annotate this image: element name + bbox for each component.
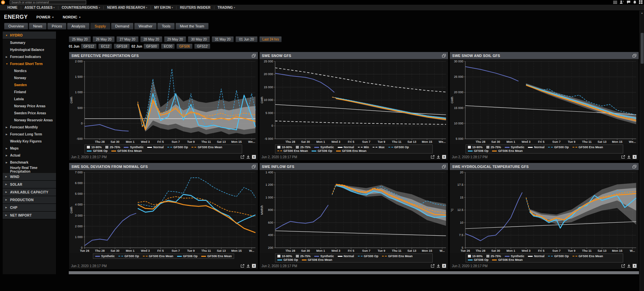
legend-item-max[interactable]: Max xyxy=(373,146,385,149)
legend-item-gfs00-op[interactable]: GFS00 Op xyxy=(548,146,569,149)
legend-item-gfs00-op[interactable]: GFS00 Op xyxy=(358,254,379,258)
legend-item-gfs06-op[interactable]: GFS06 Op xyxy=(312,149,332,153)
open-external-icon[interactable] xyxy=(431,155,435,159)
sidebar-item-sweden-price-areas[interactable]: Sweden Price Areas xyxy=(3,110,56,117)
legend-item-10-90[interactable]: 10-90% xyxy=(468,146,483,149)
sidebar-item-maps[interactable]: ▶Maps xyxy=(3,145,56,152)
legend-item-normal[interactable]: Normal xyxy=(528,254,544,258)
legend-item-25-75[interactable]: 25-75% xyxy=(296,254,311,258)
legend-item-gfs00-ens-mean[interactable]: GFS00 Ens Mean xyxy=(573,254,603,258)
tab-overview[interactable]: Overview xyxy=(4,23,28,30)
legend-item-gfs06-ens-mean[interactable]: GFS06 Ens Mean xyxy=(302,258,332,261)
scroll-up-arrow[interactable]: ▲ xyxy=(640,11,644,14)
legend-item-gfs06-op[interactable]: GFS06 Op xyxy=(177,254,198,258)
tab-meet-the-team[interactable]: Meet the Team xyxy=(175,23,209,30)
legend-item-gfs00-ens-mean[interactable]: GFS00 Ens Mean xyxy=(573,146,603,149)
sidebar-item-summary[interactable]: Summary xyxy=(3,39,56,46)
tab-prices[interactable]: Prices xyxy=(47,23,66,30)
legend-item-gfs06-ens-mean[interactable]: GFS06 Ens Mean xyxy=(492,258,523,261)
vertical-scrollbar[interactable]: ▲ xyxy=(640,11,644,291)
sidebar-section-net-import[interactable]: ▶NET IMPORT xyxy=(3,212,56,219)
sidebar-item-sweden[interactable]: Sweden xyxy=(3,81,56,89)
download-icon[interactable] xyxy=(436,155,440,159)
tab-weather[interactable]: Weather xyxy=(134,23,157,30)
menu-icon[interactable] xyxy=(613,1,617,4)
legend-item-gfs00-ens-mean[interactable]: GFS00 Ens Mean xyxy=(277,149,308,153)
legend-item-gfs06-op[interactable]: GFS06 Op xyxy=(468,258,489,261)
open-external-icon[interactable] xyxy=(240,155,245,159)
legend-item-gfs00-op[interactable]: GFS00 Op xyxy=(167,146,188,149)
legend-item-gfs06-op[interactable]: GFS06 Op xyxy=(277,258,298,261)
sidebar-section-production[interactable]: ▶PRODUCTION xyxy=(3,196,56,204)
open-external-icon[interactable] xyxy=(621,155,625,159)
legend-item-25-75[interactable]: 25-75% xyxy=(296,146,311,149)
legend-item-gfs06-ens-mean[interactable]: GFS06 Ens Mean xyxy=(492,149,523,153)
profile-icon[interactable]: 1 xyxy=(620,0,624,4)
download-icon[interactable] xyxy=(627,264,631,268)
download-icon[interactable] xyxy=(246,155,250,159)
date-button-26-may-20[interactable]: 26 May 20 xyxy=(93,36,115,42)
tab-tools[interactable]: Tools xyxy=(157,23,175,30)
legend-item-gfs06-op[interactable]: GFS06 Op xyxy=(87,149,108,153)
export-excel-icon[interactable]: X xyxy=(252,155,256,159)
export-excel-icon[interactable]: X xyxy=(633,264,637,268)
legend-item-gfs00-op[interactable]: GFS00 Op xyxy=(118,254,139,258)
legend-item-synthetic[interactable]: Synthetic xyxy=(95,254,115,258)
sidebar-item-norway[interactable]: Norway xyxy=(3,74,56,81)
sidebar-item-benchmark[interactable]: ▶Benchmark xyxy=(3,159,56,166)
sidebar-section-chp[interactable]: ▶CHP xyxy=(3,204,56,212)
legend-item-10-90[interactable]: 10-90% xyxy=(277,146,292,149)
date-button-01-jun-20[interactable]: 01 Jun 20 xyxy=(235,36,258,42)
legend-item-synthetic[interactable]: Synthetic xyxy=(124,146,144,149)
menu-item-my-eikon[interactable]: MY EIKON▾ xyxy=(151,6,176,9)
export-excel-icon[interactable]: X xyxy=(633,155,637,159)
sidebar-item-weekly-key-figures[interactable]: Weekly Key Figures xyxy=(3,138,56,145)
legend-item-25-75[interactable]: 25-75% xyxy=(486,146,501,149)
sidebar-item-forecast-monthly[interactable]: ▶Forecast Monthly xyxy=(3,124,56,131)
sidebar-item-latvia[interactable]: Latvia xyxy=(3,96,56,103)
legend-item-25-75[interactable]: 25-75% xyxy=(105,146,120,149)
menu-item-home[interactable]: HOME xyxy=(4,6,21,9)
popout-icon[interactable] xyxy=(442,54,446,57)
export-excel-icon[interactable]: X xyxy=(252,264,256,268)
popout-icon[interactable] xyxy=(442,165,446,168)
sidebar-section-wind[interactable]: ▶WIND xyxy=(3,173,56,181)
date-button-28-may-20[interactable]: 28 May 20 xyxy=(140,36,162,42)
popout-icon[interactable] xyxy=(633,54,636,57)
eikon-logo[interactable] xyxy=(1,0,5,4)
nordic-selector[interactable]: NORDIC▼ xyxy=(63,15,81,19)
open-external-icon[interactable] xyxy=(240,264,245,268)
legend-item-synthetic[interactable]: Synthetic xyxy=(505,254,525,258)
menu-item-news-and-research[interactable]: NEWS AND RESEARCH▾ xyxy=(104,6,150,9)
sidebar-item-finland[interactable]: Finland xyxy=(3,89,56,96)
legend-item-normal[interactable]: Normal xyxy=(338,254,354,258)
run-button-gfs12[interactable]: GFS12 xyxy=(194,44,210,49)
legend-item-normal[interactable]: Normal xyxy=(147,146,164,149)
run-button-gfs00[interactable]: GFS00 xyxy=(144,44,160,49)
legend-item-gfs00-ens-mean[interactable]: GFS00 Ens Mean xyxy=(382,254,413,258)
sidebar-item-nordics[interactable]: Nordics xyxy=(3,67,56,74)
open-external-icon[interactable] xyxy=(431,264,435,268)
legend-item-10-90[interactable]: 10-90% xyxy=(277,254,292,258)
legend-item-gfs00-op[interactable]: GFS00 Op xyxy=(548,254,569,258)
sidebar-item-actual[interactable]: ▶Actual xyxy=(3,152,56,159)
legend-item-10-90[interactable]: 10-90% xyxy=(87,146,102,149)
popout-icon[interactable] xyxy=(633,165,636,168)
popout-icon[interactable] xyxy=(252,165,256,168)
legend-item-gfs00-ens-mean[interactable]: GFS00 Ens Mean xyxy=(143,254,173,258)
run-button-gfs18[interactable]: GFS18 xyxy=(114,44,130,49)
menu-item-asset-classes[interactable]: ASSET CLASSES▾ xyxy=(21,6,58,9)
sidebar-item-forecast-short-term[interactable]: ▼Forecast Short Term xyxy=(3,60,56,67)
download-icon[interactable] xyxy=(436,264,440,268)
legend-item-synthetic[interactable]: Synthetic xyxy=(314,254,334,258)
legend-item-gfs00-ens-mean[interactable]: GFS00 Ens Mean xyxy=(192,146,222,149)
date-button-30-may-20[interactable]: 30 May 20 xyxy=(188,36,210,42)
scrollbar-thumb[interactable] xyxy=(641,33,644,64)
power-selector[interactable]: POWER▼ xyxy=(37,15,54,19)
apps-grid-icon[interactable] xyxy=(639,0,643,4)
tab-news[interactable]: News xyxy=(29,23,47,30)
popout-icon[interactable] xyxy=(252,54,256,57)
legend-item-gfs06-ens-mean[interactable]: GFS06 Ens Mean xyxy=(111,149,142,153)
date-button-31-may-20[interactable]: 31 May 20 xyxy=(212,36,234,42)
legend-item-synthetic[interactable]: Synthetic xyxy=(505,146,525,149)
